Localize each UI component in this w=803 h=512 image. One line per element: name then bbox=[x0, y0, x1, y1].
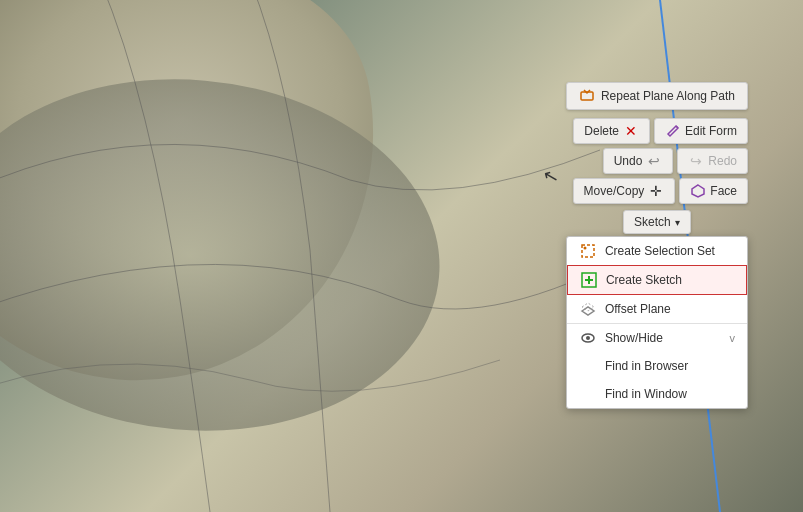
show-hide-shortcut: v bbox=[730, 332, 736, 344]
sketch-dropdown-label: Sketch bbox=[634, 215, 671, 229]
svg-rect-3 bbox=[582, 245, 594, 257]
move-copy-button[interactable]: Move/Copy ✛ bbox=[573, 178, 676, 204]
face-label: Face bbox=[710, 184, 737, 198]
menu-item-create-selection-set[interactable]: Create Selection Set bbox=[567, 237, 747, 265]
create-selection-set-label: Create Selection Set bbox=[605, 244, 715, 258]
redo-icon: ↪ bbox=[688, 153, 704, 169]
move-copy-icon: ✛ bbox=[648, 183, 664, 199]
find-window-icon bbox=[579, 385, 597, 403]
delete-label: Delete bbox=[584, 124, 619, 138]
repeat-plane-label: Repeat Plane Along Path bbox=[601, 89, 735, 103]
face-button[interactable]: Face bbox=[679, 178, 748, 204]
undo-label: Undo bbox=[614, 154, 643, 168]
edit-form-icon bbox=[665, 123, 681, 139]
edit-form-label: Edit Form bbox=[685, 124, 737, 138]
selection-set-icon bbox=[579, 242, 597, 260]
surface-shape-2 bbox=[0, 59, 454, 451]
sketch-dropdown-button[interactable]: Sketch ▾ bbox=[623, 210, 691, 234]
find-browser-label: Find in Browser bbox=[605, 359, 688, 373]
svg-point-9 bbox=[586, 336, 590, 340]
move-copy-label: Move/Copy bbox=[584, 184, 645, 198]
find-window-label: Find in Window bbox=[605, 387, 687, 401]
sketch-dropdown-menu: Create Selection Set Create Sketch bbox=[566, 236, 748, 409]
show-hide-icon bbox=[579, 329, 597, 347]
create-sketch-icon bbox=[580, 271, 598, 289]
delete-button[interactable]: Delete ✕ bbox=[573, 118, 650, 144]
edit-form-button[interactable]: Edit Form bbox=[654, 118, 748, 144]
svg-point-4 bbox=[583, 247, 586, 250]
offset-plane-icon bbox=[579, 300, 597, 318]
find-browser-icon bbox=[579, 357, 597, 375]
repeat-plane-icon bbox=[579, 88, 595, 104]
face-icon bbox=[690, 183, 706, 199]
menu-item-find-browser[interactable]: Find in Browser bbox=[567, 352, 747, 380]
undo-icon: ↩ bbox=[646, 153, 662, 169]
menu-item-offset-plane[interactable]: Offset Plane bbox=[567, 295, 747, 323]
repeat-plane-button[interactable]: Repeat Plane Along Path bbox=[566, 82, 748, 110]
context-menu-container: Repeat Plane Along Path Delete ✕ Edit Fo… bbox=[566, 82, 748, 409]
delete-icon: ✕ bbox=[623, 123, 639, 139]
menu-item-create-sketch[interactable]: Create Sketch bbox=[567, 265, 747, 295]
undo-button[interactable]: Undo ↩ bbox=[603, 148, 674, 174]
redo-label: Redo bbox=[708, 154, 737, 168]
show-hide-label: Show/Hide bbox=[605, 331, 663, 345]
sketch-dropdown-arrow: ▾ bbox=[675, 217, 680, 228]
menu-item-show-hide[interactable]: Show/Hide v bbox=[567, 323, 747, 352]
offset-plane-label: Offset Plane bbox=[605, 302, 671, 316]
create-sketch-label: Create Sketch bbox=[606, 273, 682, 287]
menu-item-find-window[interactable]: Find in Window bbox=[567, 380, 747, 408]
redo-button[interactable]: ↪ Redo bbox=[677, 148, 748, 174]
svg-marker-2 bbox=[692, 185, 704, 197]
